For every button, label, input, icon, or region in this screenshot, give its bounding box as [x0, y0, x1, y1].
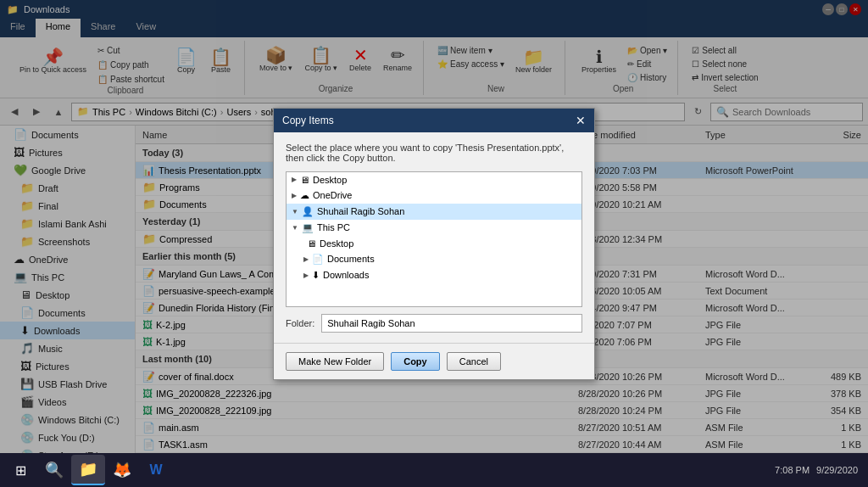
dialog-folder-row: Folder: — [286, 314, 582, 333]
copy-items-dialog: Copy Items ✕ Select the place where you … — [273, 108, 595, 380]
tree-label-thispc: This PC — [317, 222, 350, 232]
taskbar-right: 7:08 PM 9/29/2020 — [768, 465, 865, 475]
cancel-button[interactable]: Cancel — [447, 352, 501, 371]
tree-item-pc-downloads[interactable]: ▶ ⬇ Downloads — [287, 267, 581, 283]
dialog-body: Select the place where you want to copy … — [274, 132, 594, 343]
tree-label-onedrive: OneDrive — [313, 190, 352, 200]
tree-icon-onedrive: ☁ — [300, 190, 309, 201]
taskbar: ⊞ 🔍 📁 🦊 W 7:08 PM 9/29/2020 — [0, 453, 868, 487]
tree-icon-thispc: 💻 — [302, 222, 314, 233]
dialog-title-bar: Copy Items ✕ — [274, 109, 594, 132]
tree-label-pc-documents: Documents — [327, 254, 375, 264]
tree-item-onedrive[interactable]: ▶ ☁ OneDrive — [287, 188, 581, 204]
tree-label-pc-desktop: Desktop — [320, 238, 353, 249]
make-new-folder-button[interactable]: Make New Folder — [286, 352, 384, 371]
tree-icon-pc-downloads: ⬇ — [312, 270, 320, 281]
tree-arrow-pc-documents: ▶ — [303, 255, 309, 263]
tree-item-desktop[interactable]: ▶ 🖥 Desktop — [287, 172, 581, 188]
tree-arrow-onedrive: ▶ — [292, 192, 297, 199]
tree-label-desktop: Desktop — [313, 175, 347, 185]
dialog-buttons: Make New Folder Copy Cancel — [274, 343, 594, 379]
dialog-tree[interactable]: ▶ 🖥 Desktop ▶ ☁ OneDrive ▼ 👤 Shuhail Rag… — [286, 171, 582, 307]
tree-arrow-shuhail: ▼ — [292, 208, 298, 216]
tree-arrow-pc-downloads: ▶ — [303, 271, 309, 279]
taskbar-firefox[interactable]: 🦊 — [105, 455, 139, 485]
tree-label-shuhail: Shuhail Ragib Sohan — [317, 206, 404, 216]
taskbar-fileexplorer[interactable]: 📁 — [71, 455, 105, 485]
taskbar-time: 7:08 PM — [775, 465, 810, 475]
tree-icon-pc-documents: 📄 — [312, 254, 324, 265]
tree-item-thispc[interactable]: ▼ 💻 This PC — [287, 220, 581, 236]
tree-item-pc-desktop[interactable]: 🖥 Desktop — [287, 236, 581, 251]
tree-item-shuhail[interactable]: ▼ 👤 Shuhail Ragib Sohan — [287, 204, 581, 220]
tree-icon-desktop: 🖥 — [300, 175, 309, 185]
tree-icon-shuhail: 👤 — [302, 206, 314, 217]
dialog-close-button[interactable]: ✕ — [576, 114, 586, 127]
copy-confirm-button[interactable]: Copy — [391, 352, 440, 371]
taskbar-date: 9/29/2020 — [816, 465, 858, 475]
taskbar-search[interactable]: 🔍 — [37, 455, 71, 485]
taskbar-word[interactable]: W — [139, 455, 173, 485]
dialog-description: Select the place where you want to copy … — [286, 143, 582, 163]
tree-icon-pc-desktop: 🖥 — [307, 238, 316, 249]
start-button[interactable]: ⊞ — [3, 455, 37, 485]
tree-arrow-desktop: ▶ — [292, 176, 297, 183]
dialog-overlay: Copy Items ✕ Select the place where you … — [0, 0, 868, 487]
dialog-folder-input[interactable] — [321, 314, 582, 333]
tree-label-pc-downloads: Downloads — [323, 270, 369, 280]
dialog-folder-label: Folder: — [286, 318, 314, 328]
dialog-title-text: Copy Items — [282, 115, 334, 126]
tree-arrow-thispc: ▼ — [292, 224, 298, 232]
tree-item-pc-documents[interactable]: ▶ 📄 Documents — [287, 251, 581, 267]
